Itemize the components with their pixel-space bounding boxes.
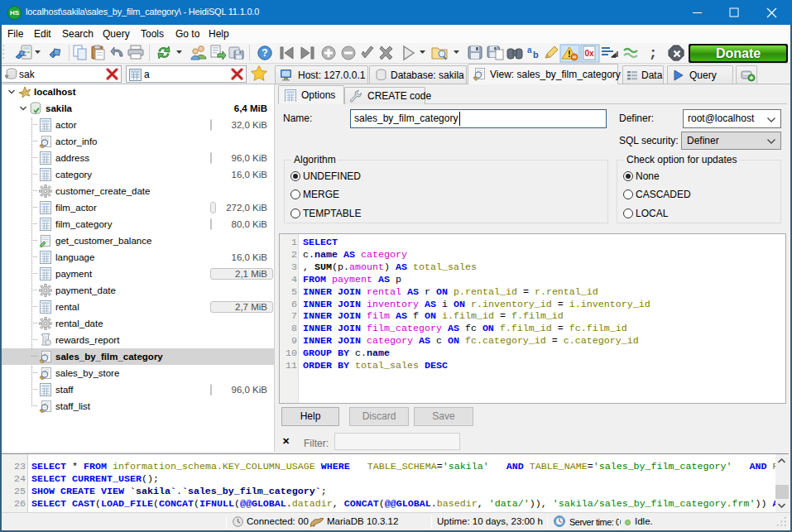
svg-text:0x: 0x bbox=[584, 49, 594, 58]
svg-text:b: b bbox=[533, 50, 539, 60]
svg-text:a: a bbox=[527, 46, 532, 55]
svg-text:?: ? bbox=[262, 47, 267, 59]
svg-text:;: ; bbox=[649, 46, 657, 61]
